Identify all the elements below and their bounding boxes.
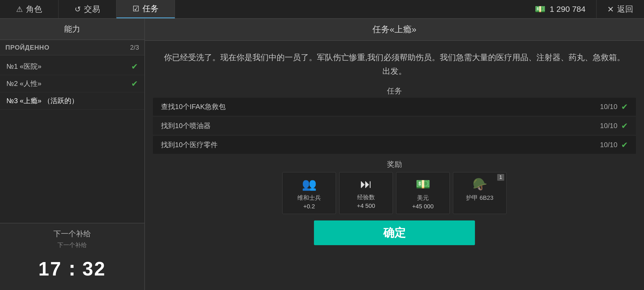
reward-icon: 💵 [416,177,430,191]
quest-label: №3 «上瘾» （活跃的） [6,96,78,106]
progress-section: ПРОЙДЕННО 2/3 [0,40,144,55]
tab-trade[interactable]: ↺ 交易 [58,0,116,18]
progress-label: ПРОЙДЕННО [5,44,49,51]
reward-item: ⏭ 经验数 +4 500 [339,172,393,214]
task-check-icon: ✔ [621,140,628,150]
tab-trade-label: 交易 [84,4,100,15]
supply-title: 下一个补给 [0,229,144,239]
task-label: 找到10个医疗零件 [161,140,218,150]
mission-icon: ☑ [133,4,139,13]
tab-character[interactable]: ⚠ 角色 [0,0,58,18]
reward-name: 维和士兵 [297,194,321,202]
task-row: 查找10个IFAK急救包 10/10 ✔ [153,98,636,116]
supply-section: 下一个补给 下一个补给 17：32 [0,223,144,290]
reward-name: 经验数 [357,193,375,201]
task-check-icon: ✔ [621,102,628,111]
task-label: 找到10个喷油器 [161,121,211,130]
reward-name: 护甲 6B23 [466,194,493,202]
reward-badge: 1 [497,174,504,181]
confirm-button[interactable]: 确定 [314,220,475,245]
reward-item: 👥 维和士兵 +0.2 [282,172,336,214]
tab-character-label: 角色 [26,4,42,15]
reward-icon: 👥 [302,177,317,191]
task-row: 找到10个医疗零件 10/10 ✔ [153,136,636,154]
mission-description: 你已经受洗了。现在你是我们中的一员了。军队伤亡惨重,我们必须帮助伤员。我们急需大… [145,41,644,83]
reward-icon: ⏭ [360,177,372,191]
quest-item[interactable]: №2 «人性»✔ [0,75,144,92]
reward-value: +45 000 [412,203,434,210]
tasks-section: 查找10个IFAK急救包 10/10 ✔ 找到10个喷油器 10/10 ✔ 找到… [145,98,644,155]
tab-mission-label: 任务 [142,3,159,14]
reward-item: 1 🪖 护甲 6B23 [453,172,507,214]
task-count: 10/10 [600,122,617,130]
reward-item: 💵 美元 +45 000 [396,172,450,214]
confirm-area: 确定 [145,217,644,248]
supply-timer: 17：32 [0,253,144,287]
reward-icon: 🪖 [473,177,487,191]
quest-list: №1 «医院»✔№2 «人性»✔№3 «上瘾» （活跃的） [0,55,144,223]
task-status: 10/10 ✔ [600,140,628,150]
quest-check-icon: ✔ [131,62,138,71]
abilities-header: 能力 [0,19,144,40]
currency-value: 1 290 784 [550,5,586,14]
right-panel: 任务«上瘾» 你已经受洗了。现在你是我们中的一员了。军队伤亡惨重,我们必须帮助伤… [145,19,644,290]
top-nav: ⚠ 角色 ↺ 交易 ☑ 任务 💵 1 290 784 ✕ 返回 [0,0,644,19]
trade-icon: ↺ [75,5,81,14]
left-panel: 能力 ПРОЙДЕННО 2/3 №1 «医院»✔№2 «人性»✔№3 «上瘾»… [0,19,145,290]
currency-area: 💵 1 290 784 [524,4,596,14]
quest-item[interactable]: №1 «医院»✔ [0,58,144,75]
rewards-header: 奖励 [145,155,644,172]
tab-mission[interactable]: ☑ 任务 [116,0,175,18]
task-row: 找到10个喷油器 10/10 ✔ [153,117,636,135]
task-count: 10/10 [600,141,617,149]
rewards-grid: 👥 维和士兵 +0.2 ⏭ 经验数 +4 500 💵 美元 +45 000 1 … [145,172,644,217]
reward-name: 美元 [417,194,429,202]
task-check-icon: ✔ [621,121,628,130]
task-status: 10/10 ✔ [600,121,628,130]
task-label: 查找10个IFAK急救包 [161,102,226,111]
money-icon: 💵 [535,4,546,14]
reward-value: +0.2 [303,203,315,210]
quest-label: №1 «医院» [6,62,42,71]
quest-label: №2 «人性» [6,79,42,88]
task-status: 10/10 ✔ [600,102,628,111]
quest-check-icon: ✔ [131,79,138,88]
quest-item[interactable]: №3 «上瘾» （活跃的） [0,92,144,110]
main-content: 能力 ПРОЙДЕННО 2/3 №1 «医院»✔№2 «人性»✔№3 «上瘾»… [0,19,644,290]
supply-subtitle: 下一个补给 [0,241,144,249]
reward-value: +4 500 [357,202,375,209]
task-count: 10/10 [600,103,617,111]
mission-header: 任务«上瘾» [145,19,644,41]
character-icon: ⚠ [16,5,23,14]
progress-value: 2/3 [130,44,139,51]
close-x-icon: ✕ [607,5,614,14]
close-button[interactable]: ✕ 返回 [596,0,644,18]
tasks-header: 任务 [145,83,644,98]
close-label: 返回 [617,4,633,15]
